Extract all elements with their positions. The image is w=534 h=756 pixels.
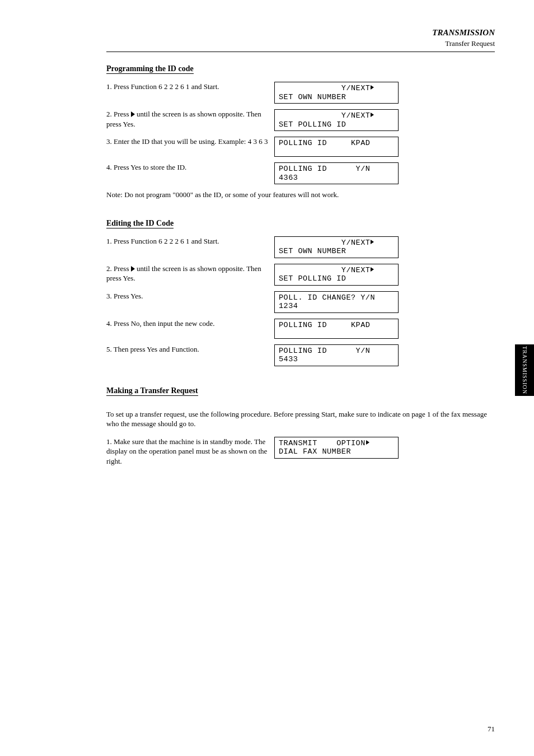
edit-screen-5: POLLING ID Y/N 5433 [274, 344, 399, 366]
step-text-a: 2. Press [106, 110, 131, 118]
right-arrow-icon [131, 111, 135, 117]
page-header: TRANSMISSION Transfer Request [106, 28, 495, 52]
screen-text: POLLING ID KPAD [279, 139, 394, 148]
screen-text: 4363 [279, 174, 394, 183]
screen-text: DIAL FAX NUMBER [279, 447, 394, 456]
side-tab: TRANSMISSION [515, 344, 534, 396]
header-title: TRANSMISSION [106, 28, 495, 38]
edit-step-3: 3. Press Yes. [106, 291, 274, 301]
step-text-a: 2. Press [106, 264, 131, 273]
prog-screen-3: POLLING ID KPAD [274, 137, 399, 157]
section-programming: Programming the ID code 1. Press Functio… [106, 63, 495, 200]
edit-step-4: 4. Press No, then input the new code. [106, 319, 274, 329]
screen-text: POLL. ID CHANGE? Y/N [279, 293, 394, 302]
prog-screen-4: POLLING ID Y/N 4363 [274, 162, 399, 184]
prog-step-1: 1. Press Function 6 2 2 2 6 1 and Start. [106, 82, 274, 92]
prog-screen-1: Y/NEXT SET OWN NUMBER [274, 82, 399, 104]
prog-screen-2: Y/NEXT SET POLLING ID [274, 109, 399, 131]
prog-note: Note: Do not program "0000" as the ID, o… [106, 190, 495, 200]
transfer-step-1: 1. Make sure that the machine is in stan… [106, 437, 274, 466]
screen-text: SET OWN NUMBER [279, 93, 394, 102]
prog-step-2: 2. Press until the screen is as shown op… [106, 109, 274, 129]
screen-text: POLLING ID Y/N [279, 165, 394, 174]
right-arrow-icon [131, 266, 135, 272]
edit-screen-4: POLLING ID KPAD [274, 319, 399, 339]
header-subtitle: Transfer Request [106, 39, 495, 48]
heading-editing: Editing the ID Code [106, 219, 174, 228]
transfer-intro: To set up a transfer request, use the fo… [106, 409, 495, 429]
prog-step-4: 4. Press Yes to store the ID. [106, 162, 274, 172]
edit-screen-3: POLL. ID CHANGE? Y/N 1234 [274, 291, 399, 313]
edit-screen-1: Y/NEXT SET OWN NUMBER [274, 236, 399, 258]
screen-text: SET POLLING ID [279, 274, 394, 283]
transfer-screen-1: TRANSMIT OPTION DIAL FAX NUMBER [274, 437, 399, 459]
header-rule [106, 52, 495, 52]
screen-text: 1234 [279, 302, 394, 311]
section-transfer: Making a Transfer Request To set up a tr… [106, 385, 495, 466]
screen-text: SET OWN NUMBER [279, 247, 394, 256]
page-number: 71 [488, 725, 495, 734]
screen-text: POLLING ID KPAD [279, 321, 394, 330]
section-editing: Editing the ID Code 1. Press Function 6 … [106, 218, 495, 367]
prog-step-3: 3. Enter the ID that you will be using. … [106, 137, 274, 147]
heading-programming: Programming the ID code [106, 64, 194, 74]
heading-transfer: Making a Transfer Request [106, 386, 198, 396]
screen-text: POLLING ID Y/N [279, 347, 394, 356]
screen-text: 5433 [279, 355, 394, 364]
edit-step-1: 1. Press Function 6 2 2 2 6 1 and Start. [106, 236, 274, 246]
edit-step-2: 2. Press until the screen is as shown op… [106, 264, 274, 283]
edit-screen-2: Y/NEXT SET POLLING ID [274, 264, 399, 286]
screen-text: SET POLLING ID [279, 120, 394, 129]
edit-step-5: 5. Then press Yes and Function. [106, 344, 274, 354]
